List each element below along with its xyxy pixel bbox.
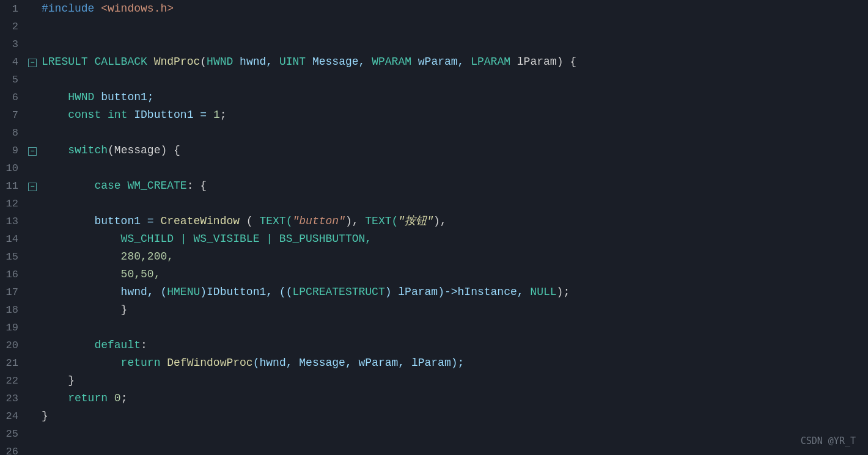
code-line: 22 } — [0, 372, 868, 390]
code-content: HWND button1; — [42, 89, 863, 106]
code-line: 10 — [0, 159, 868, 177]
code-line: 9− switch(Message) { — [0, 142, 868, 159]
code-line: 5 — [0, 71, 868, 89]
code-line: 1#include <windows.h> — [0, 0, 868, 18]
code-content: hwnd, (HMENU)IDbutton1, ((LPCREATESTRUCT… — [42, 283, 863, 301]
code-content: 280,200, — [42, 248, 863, 266]
line-number: 16 — [0, 266, 28, 283]
code-content: LRESULT CALLBACK WndProc(HWND hwnd, UINT… — [42, 53, 863, 71]
code-line: 26 — [0, 443, 868, 455]
code-content: WS_CHILD | WS_VISIBLE | BS_PUSHBUTTON, — [42, 230, 863, 248]
line-number: 19 — [0, 319, 28, 337]
code-line: 24} — [0, 407, 868, 425]
code-line: 25 — [0, 425, 868, 443]
code-line: 19 — [0, 319, 868, 337]
code-content: 50,50, — [42, 266, 863, 283]
line-number: 11 — [0, 177, 28, 195]
line-number: 10 — [0, 159, 28, 177]
code-content: #include <windows.h> — [42, 0, 863, 18]
code-line: 3 — [0, 35, 868, 53]
line-number: 25 — [0, 425, 28, 443]
code-editor: 1#include <windows.h>234−LRESULT CALLBAC… — [0, 0, 868, 455]
code-line: 8 — [0, 124, 868, 142]
code-content: const int IDbutton1 = 1; — [42, 106, 863, 124]
line-number: 14 — [0, 230, 28, 248]
line-number: 26 — [0, 443, 28, 455]
line-number: 1 — [0, 0, 28, 18]
code-line: 14 WS_CHILD | WS_VISIBLE | BS_PUSHBUTTON… — [0, 230, 868, 248]
code-line: 17 hwnd, (HMENU)IDbutton1, ((LPCREATESTR… — [0, 283, 868, 301]
code-line: 23 return 0; — [0, 390, 868, 407]
code-content: button1 = CreateWindow ( TEXT("button"),… — [42, 213, 863, 230]
line-number: 22 — [0, 372, 28, 390]
code-line: 13 button1 = CreateWindow ( TEXT("button… — [0, 213, 868, 230]
code-line: 6 HWND button1; — [0, 89, 868, 106]
code-line: 12 — [0, 195, 868, 213]
code-content: default: — [42, 337, 863, 354]
line-number: 13 — [0, 213, 28, 230]
line-number: 2 — [0, 18, 28, 35]
code-line: 2 — [0, 18, 868, 35]
code-content: return DefWindowProc(hwnd, Message, wPar… — [42, 354, 863, 372]
line-number: 17 — [0, 283, 28, 301]
code-line: 11− case WM_CREATE: { — [0, 177, 868, 195]
code-content: switch(Message) { — [42, 142, 863, 159]
code-content: case WM_CREATE: { — [42, 177, 863, 195]
code-content: } — [42, 372, 863, 390]
line-number: 5 — [0, 71, 28, 89]
code-line: 18 } — [0, 301, 868, 319]
code-line: 4−LRESULT CALLBACK WndProc(HWND hwnd, UI… — [0, 53, 868, 71]
line-number: 7 — [0, 106, 28, 124]
line-number: 18 — [0, 301, 28, 319]
line-number: 23 — [0, 390, 28, 407]
code-content: } — [42, 407, 863, 425]
watermark: CSDN @YR_T — [801, 435, 856, 446]
line-number: 20 — [0, 337, 28, 354]
code-content: } — [42, 301, 863, 319]
line-number: 24 — [0, 407, 28, 425]
line-number: 12 — [0, 195, 28, 213]
code-line: 20 default: — [0, 337, 868, 354]
code-line: 15 280,200, — [0, 248, 868, 266]
fold-marker[interactable]: − — [28, 59, 39, 67]
line-number: 21 — [0, 354, 28, 372]
code-line: 21 return DefWindowProc(hwnd, Message, w… — [0, 354, 868, 372]
code-content: return 0; — [42, 390, 863, 407]
line-number: 4 — [0, 53, 28, 71]
line-number: 3 — [0, 35, 28, 53]
line-number: 15 — [0, 248, 28, 266]
line-number: 9 — [0, 142, 28, 159]
code-line: 16 50,50, — [0, 266, 868, 283]
fold-marker[interactable]: − — [28, 183, 39, 191]
line-number: 6 — [0, 89, 28, 106]
fold-marker[interactable]: − — [28, 147, 39, 156]
code-line: 7 const int IDbutton1 = 1; — [0, 106, 868, 124]
line-number: 8 — [0, 124, 28, 142]
